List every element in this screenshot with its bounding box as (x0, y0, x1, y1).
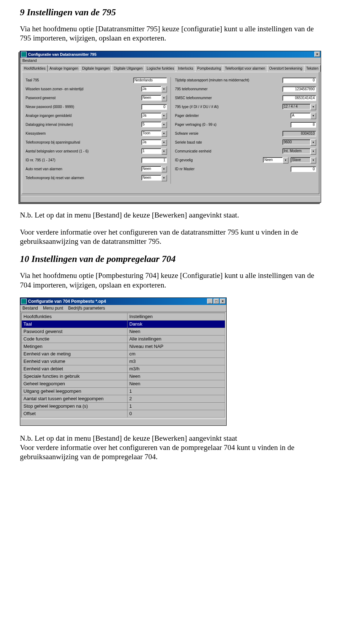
setting-value[interactable]: 2 (127, 395, 225, 402)
field-row: Nieuw paswoord (0000 - 9999)0 (25, 104, 167, 110)
chevron-down-icon[interactable]: ▼ (310, 113, 316, 119)
table-row[interactable]: Aantal start tussen geheel leegpompen2 (22, 395, 225, 402)
dropdown[interactable]: Neen▼ (263, 157, 288, 163)
menubar-704[interactable]: BestandMenu puntBedrijfs parameters (20, 305, 226, 312)
field-row: ID gevoeligNeen▼Slave▼ (174, 157, 316, 163)
tab-overstort-berekening[interactable]: Overstort berekening (267, 65, 304, 72)
chevron-down-icon[interactable]: ▼ (161, 148, 167, 155)
dropdown[interactable]: Ja▼ (141, 139, 167, 146)
dropdown[interactable]: Toon▼ (141, 130, 167, 137)
dropdown: 12 / 4 / 4▼ (282, 104, 316, 110)
chevron-down-icon[interactable]: ▼ (161, 113, 167, 119)
chevron-down-icon[interactable]: ▼ (161, 166, 167, 172)
dropdown[interactable]: 1▼ (141, 148, 167, 155)
setting-value[interactable]: 0 (127, 410, 225, 417)
dropdown-value: Slave (291, 157, 310, 163)
chevron-down-icon[interactable]: ▼ (161, 86, 167, 92)
setting-value[interactable]: m3 (127, 358, 225, 365)
minimize-icon[interactable]: _ (207, 299, 213, 304)
setting-value[interactable]: Neen (127, 328, 225, 335)
number-input[interactable]: 8 (291, 122, 316, 128)
number-input[interactable]: 0 (282, 77, 316, 83)
field-row: 795 type (# DI / # DU / # AI)12 / 4 / 4▼ (174, 104, 316, 110)
table-row[interactable]: TaalDansk (22, 320, 225, 328)
setting-value[interactable]: Niveau met NAP (127, 343, 225, 350)
text-input: 8304310 (282, 131, 316, 136)
table-row[interactable]: Uitgang geheel leegpompen1 (22, 387, 225, 395)
number-input[interactable]: 0 (141, 104, 167, 110)
number-input[interactable]: 1 (141, 157, 167, 163)
setting-value[interactable]: Dansk (127, 320, 225, 328)
setting-value[interactable]: 1 (127, 387, 225, 395)
dropdown[interactable]: 5▼ (141, 122, 167, 128)
field-label: Pager vertraging (0 - 99 s) (174, 123, 289, 127)
chevron-down-icon[interactable]: ▼ (161, 130, 167, 137)
chevron-down-icon[interactable]: ▼ (283, 157, 288, 163)
field-label: Seriele baud rate (174, 140, 281, 144)
table-row[interactable]: Eenheid van debietm3/h (22, 365, 225, 372)
setting-value[interactable]: cm (127, 350, 225, 358)
dropdown[interactable]: Neen▼ (141, 166, 167, 172)
tab-logische-funkties[interactable]: Logische funkties (145, 65, 176, 72)
table-row[interactable]: Offset0 (22, 410, 225, 417)
tab-interlocks[interactable]: Interlocks (176, 65, 195, 72)
tab-hoofdfunkties[interactable]: Hoofdfunkties (22, 65, 48, 72)
titlebar-795: Configuratie van Datatransmitter 795 × (20, 51, 321, 58)
setting-name: Eenheid van volume (22, 358, 128, 365)
tab-teksten[interactable]: Teksten (304, 65, 320, 72)
close-icon[interactable]: × (220, 299, 226, 304)
setting-value[interactable]: Alle instellingen (127, 335, 225, 343)
setting-value[interactable]: Neen (127, 372, 225, 380)
number-input[interactable]: 0 (291, 166, 316, 172)
dropdown[interactable]: Ja▼ (141, 86, 167, 92)
setting-name: Speciale functies in gebruik (22, 372, 128, 380)
table-row[interactable]: Paswoord gewenstNeen (22, 328, 225, 335)
chevron-down-icon[interactable]: ▼ (161, 139, 167, 146)
table-row[interactable]: Speciale functies in gebruikNeen (22, 372, 225, 380)
text-input[interactable]: Nederlands (133, 77, 167, 83)
dropdown-value: Neen (141, 166, 161, 172)
dropdown: Int. Modem▼ (282, 148, 316, 155)
chevron-down-icon[interactable]: ▼ (161, 175, 167, 181)
dropdown-value: Neen (141, 175, 161, 181)
tab-pompbesturing[interactable]: Pompbesturing (195, 65, 223, 72)
field-label: Tijdstip statusrapport (minuten na midde… (174, 78, 281, 82)
setting-value[interactable]: Neen (127, 380, 225, 387)
dropdown[interactable]: Ja▼ (141, 113, 167, 119)
dropdown[interactable]: A▼ (291, 113, 316, 119)
field-row: 795 telefoonnummer1234567890 (174, 86, 316, 92)
close-icon[interactable]: × (314, 52, 320, 57)
tab-telefoonlijst-voor-alarmen[interactable]: Telefoonlijst voor alarmen (223, 65, 267, 72)
field-label: Taal 795 (25, 78, 133, 82)
dropdown[interactable]: Neen▼ (141, 175, 167, 181)
table-row[interactable]: Code functieAlle instellingen (22, 335, 225, 343)
menubar-795[interactable]: Bestand (20, 58, 321, 64)
dropdown-value: Ja (141, 86, 161, 92)
menu-bedrijfs-parameters[interactable]: Bedrijfs parameters (68, 306, 105, 311)
table-row[interactable]: Eenheid van de metingcm (22, 350, 225, 358)
note-795: N.b. Let op dat in menu [Bestand] de keu… (20, 210, 321, 220)
setting-value[interactable]: 1 (127, 402, 225, 410)
chevron-down-icon[interactable]: ▼ (161, 95, 167, 101)
setting-value[interactable]: m3/h (127, 365, 225, 372)
maximize-icon[interactable]: □ (213, 299, 219, 304)
table-row[interactable]: Eenheid van volumem3 (22, 358, 225, 365)
table-row[interactable]: MetingenNiveau met NAP (22, 343, 225, 350)
tab-analoge-ingangen[interactable]: Analoge Ingangen (47, 65, 80, 72)
setting-name: Stop geheel leegpompen na (s) (22, 402, 128, 410)
field-label: ID nr. 795 (1 - 247) (25, 158, 141, 162)
tab-digitale-ingangen[interactable]: Digitale Ingangen (80, 65, 112, 72)
chevron-down-icon[interactable]: ▼ (161, 122, 167, 128)
number-input[interactable]: 0653141414 (282, 95, 316, 101)
table-row[interactable]: Stop geheel leegpompen na (s)1 (22, 402, 225, 410)
dropdown[interactable]: Neen▼ (141, 95, 167, 101)
number-input[interactable]: 1234567890 (282, 86, 316, 92)
menu-menu-punt[interactable]: Menu punt (43, 306, 63, 311)
tab-digitale-uitgangen[interactable]: Digitale Uitgangen (112, 65, 145, 72)
column-divider (170, 77, 171, 184)
menu-bestand[interactable]: Bestand (22, 306, 38, 311)
table-row[interactable]: Geheel leegpompenNeen (22, 380, 225, 387)
column-header: Instellingen (127, 313, 225, 320)
dropdown-value: Ja (141, 113, 161, 118)
field-label: Telefoonoproep bij reset van alarmen (25, 176, 141, 180)
